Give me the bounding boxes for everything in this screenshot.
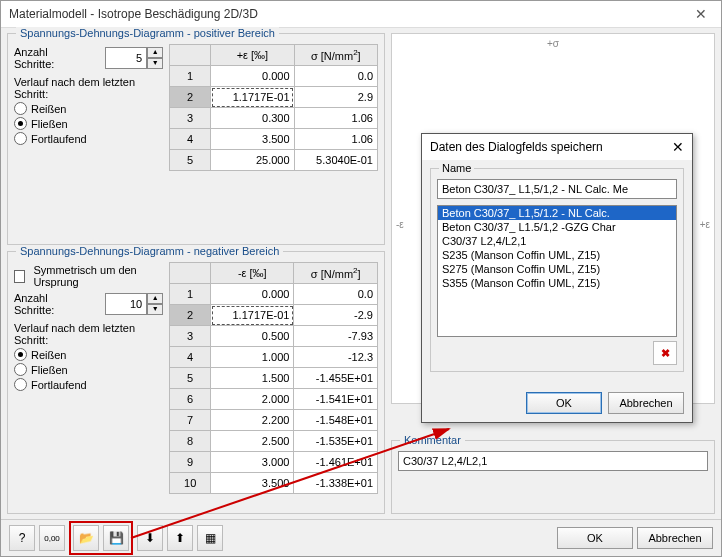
export-icon[interactable]: ⬆ (167, 525, 193, 551)
dialog-cancel-button[interactable]: Abbrechen (608, 392, 684, 414)
list-item[interactable]: S275 (Manson Coffin UML, Z15) (438, 262, 676, 276)
chevron-up-icon[interactable]: ▲ (147, 47, 163, 58)
steps-neg-input[interactable] (105, 293, 147, 315)
dialog-ok-button[interactable]: OK (526, 392, 602, 414)
import-icon[interactable]: ⬇ (137, 525, 163, 551)
save-icon[interactable]: 💾 (103, 525, 129, 551)
list-item[interactable]: Beton C30/37_ L1,5/1.2 - NL Calc. (438, 206, 676, 220)
calc-icon[interactable]: ▦ (197, 525, 223, 551)
table-row[interactable]: 30.3001.06 (170, 108, 378, 129)
titlebar: Materialmodell - Isotrope Beschädigung 2… (1, 1, 721, 28)
table-row[interactable]: 93.000-1.461E+01 (170, 452, 378, 473)
decimals-icon[interactable]: 0,00 (39, 525, 65, 551)
ok-button[interactable]: OK (557, 527, 633, 549)
group-negative: Spannungs-Dehnungs-Diagramm - negativer … (7, 251, 385, 514)
steps-neg-spinner[interactable]: ▲▼ (105, 293, 163, 315)
dialog-name-input[interactable] (437, 179, 677, 199)
table-row[interactable]: 62.000-1.541E+01 (170, 389, 378, 410)
col-eps-neg: -ε [‰] (211, 263, 294, 284)
radio-fortlaufend-neg[interactable]: Fortlaufend (14, 378, 163, 391)
table-row[interactable]: 30.500-7.93 (170, 326, 378, 347)
group-positive: Spannungs-Dehnungs-Diagramm - positiver … (7, 33, 385, 245)
steps-pos-spinner[interactable]: ▲▼ (105, 47, 163, 69)
radio-reissen-pos[interactable]: Reißen (14, 102, 163, 115)
table-positive[interactable]: +ε [‰]σ [N/mm2] 10.0000.021.1717E-012.93… (169, 44, 378, 171)
close-icon[interactable]: ✕ (689, 6, 713, 22)
kommentar-legend: Kommentar (400, 434, 465, 446)
list-item[interactable]: C30/37 L2,4/L2,1 (438, 234, 676, 248)
list-item[interactable]: S355 (Manson Coffin UML, Z15) (438, 276, 676, 290)
delete-icon[interactable]: ✖ (653, 341, 677, 365)
checkbox-symmetrisch[interactable]: Symmetrisch um den Ursprung (14, 264, 163, 288)
radio-reissen-neg[interactable]: Reißen (14, 348, 163, 361)
table-row[interactable]: 21.1717E-01-2.9 (170, 305, 378, 326)
table-row[interactable]: 51.500-1.455E+01 (170, 368, 378, 389)
label-verlauf-neg: Verlauf nach dem letzten Schritt: (14, 322, 163, 346)
list-item[interactable]: S235 (Manson Coffin UML, Z15) (438, 248, 676, 262)
chevron-down-icon[interactable]: ▼ (147, 304, 163, 315)
dialog-titlebar: Daten des Dialogfelds speichern ✕ (422, 134, 692, 160)
radio-fliessen-pos[interactable]: Fließen (14, 117, 163, 130)
window-title: Materialmodell - Isotrope Beschädigung 2… (9, 7, 258, 21)
chevron-down-icon[interactable]: ▼ (147, 58, 163, 69)
button-bar: ? 0,00 📂 💾 ⬇ ⬆ ▦ OK Abbrechen (1, 519, 721, 556)
label-verlauf-pos: Verlauf nach dem letzten Schritt: (14, 76, 163, 100)
label-anzahl-schritte: Anzahl (14, 46, 54, 58)
table-row[interactable]: 41.000-12.3 (170, 347, 378, 368)
cancel-button[interactable]: Abbrechen (637, 527, 713, 549)
radio-fortlaufend-pos[interactable]: Fortlaufend (14, 132, 163, 145)
group-negative-legend: Spannungs-Dehnungs-Diagramm - negativer … (16, 245, 283, 257)
list-item[interactable]: Beton C30/37_ L1.5/1,2 -GZG Char (438, 220, 676, 234)
col-sigma-neg: σ [N/mm2] (294, 263, 378, 284)
open-icon[interactable]: 📂 (73, 525, 99, 551)
table-row[interactable]: 72.200-1.548E+01 (170, 410, 378, 431)
table-row[interactable]: 10.0000.0 (170, 66, 378, 87)
group-positive-legend: Spannungs-Dehnungs-Diagramm - positiver … (16, 27, 279, 39)
help-icon[interactable]: ? (9, 525, 35, 551)
table-row[interactable]: 21.1717E-012.9 (170, 87, 378, 108)
dialog-name-list[interactable]: Beton C30/37_ L1,5/1.2 - NL Calc.Beton C… (437, 205, 677, 337)
table-row[interactable]: 103.500-1.338E+01 (170, 473, 378, 494)
kommentar-input[interactable] (398, 451, 708, 471)
dialog-name-group: Name Beton C30/37_ L1,5/1.2 - NL Calc.Be… (430, 168, 684, 372)
table-row[interactable]: 43.5001.06 (170, 129, 378, 150)
main-window: Materialmodell - Isotrope Beschädigung 2… (0, 0, 722, 557)
chevron-up-icon[interactable]: ▲ (147, 293, 163, 304)
group-kommentar: Kommentar (391, 440, 715, 514)
col-sigma-pos: σ [N/mm2] (294, 45, 377, 66)
col-eps-pos: +ε [‰] (211, 45, 294, 66)
table-row[interactable]: 82.500-1.535E+01 (170, 431, 378, 452)
radio-fliessen-neg[interactable]: Fließen (14, 363, 163, 376)
steps-pos-input[interactable] (105, 47, 147, 69)
table-row[interactable]: 10.0000.0 (170, 284, 378, 305)
save-dialog: Daten des Dialogfelds speichern ✕ Name B… (421, 133, 693, 423)
table-negative[interactable]: -ε [‰]σ [N/mm2] 10.0000.021.1717E-01-2.9… (169, 262, 378, 494)
dialog-title: Daten des Dialogfelds speichern (430, 140, 603, 154)
dialog-close-icon[interactable]: ✕ (672, 139, 684, 155)
table-row[interactable]: 525.0005.3040E-01 (170, 150, 378, 171)
